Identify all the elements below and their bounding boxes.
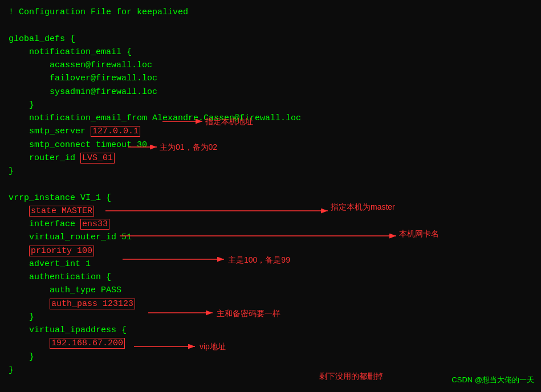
code-line-5: acassen@firewall.loc [9,59,532,72]
priority-highlight: priority 100 [29,246,94,256]
terminal-window: ! Configuration File for keepalived glob… [0,0,541,382]
code-line-6: failover@firewall.loc [9,72,532,85]
auth-pass-annotation: 主和备密码要一样 [217,309,280,319]
code-line-21: authentication { [9,271,532,284]
code-line-26: 192.168.67.200 [9,337,532,350]
code-line-4: notification_email { [9,46,532,59]
code-line-14 [9,178,532,191]
code-line-15: vrrp_instance VI_1 { [9,191,532,205]
code-line-3: global_defs { [9,32,532,46]
auth-pass-highlight: auth_pass 123123 [50,299,135,309]
code-line-17: interface ens33 [9,218,532,231]
code-line-9: notification_email_from Alexandre.Cassen… [9,112,532,125]
code-line-27: } [9,350,532,364]
code-line-12: router_id LVS_01 [9,152,532,165]
code-line-22: auth_type PASS [9,284,532,297]
code-line-16: state MASTER [9,205,532,218]
code-line-1: ! Configuration File for keepalived [9,6,532,19]
state-master-highlight: state MASTER [29,206,94,217]
router-id-highlight: LVS_01 [80,153,115,164]
watermark: CSDN @想当大佬的一天 [451,375,534,385]
code-line-25: virtual_ipaddress { [9,324,532,337]
code-line-2 [9,19,532,32]
code-line-13: } [9,165,532,178]
smtp-server-annotation: 指定本机地址 [205,117,253,127]
code-line-11: smtp_connect timeout 30 [9,138,532,152]
code-line-10: smtp_server 127.0.0.1 [9,125,532,138]
router-id-annotation: 主为01，备为02 [160,142,217,153]
code-line-18: virtual_router_id 51 [9,231,532,244]
code-line-8: } [9,99,532,112]
smtp-server-highlight: 127.0.0.1 [91,126,140,137]
interface-annotation: 本机网卡名 [399,229,439,239]
priority-annotation: 主是100，备是99 [228,255,290,266]
delete-annotation: 剩下没用的都删掉 [319,371,383,382]
interface-highlight: ens33 [80,219,109,230]
state-master-annotation: 指定本机为master [331,202,395,213]
vip-highlight: 192.168.67.200 [50,338,125,349]
vip-annotation: vip地址 [200,342,226,352]
code-line-7: sysadmin@firewall.loc [9,85,532,99]
